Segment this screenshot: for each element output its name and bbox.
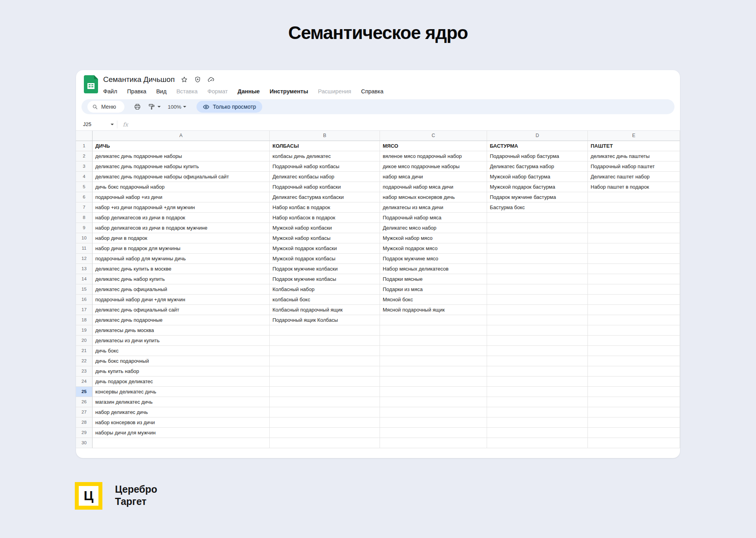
row-header-4[interactable]: 4 [76, 172, 93, 182]
row-header-1[interactable]: 1 [76, 141, 93, 151]
cell-C16[interactable]: Мясной бокс [380, 295, 487, 305]
shield-plus-icon[interactable] [194, 76, 202, 83]
cell-C22[interactable] [380, 356, 487, 366]
cell-D14[interactable] [487, 274, 588, 284]
cell-E23[interactable] [588, 366, 680, 377]
row-header-21[interactable]: 21 [76, 346, 93, 356]
cell-E11[interactable] [588, 243, 680, 254]
cell-C23[interactable] [380, 366, 487, 377]
cell-D20[interactable] [487, 336, 588, 346]
cell-B30[interactable] [270, 438, 380, 448]
cell-A16[interactable]: подарочный набор дичи +для мужчин [93, 295, 270, 305]
cell-C12[interactable]: Подарок мужчине мясо [380, 254, 487, 264]
cell-B9[interactable]: Мужской набор колбаски [270, 223, 380, 233]
cell-C17[interactable]: Мясной подарочный ящик [380, 305, 487, 315]
cell-C24[interactable] [380, 377, 487, 387]
cell-D18[interactable] [487, 315, 588, 325]
cell-B25[interactable] [270, 387, 380, 397]
menu-item-1[interactable]: Правка [127, 88, 146, 95]
menu-item-8[interactable]: Справка [361, 88, 384, 95]
cell-A5[interactable]: дичь бокс подарочный набор [93, 182, 270, 192]
cell-A20[interactable]: деликатесы из дичи купить [93, 336, 270, 346]
row-header-27[interactable]: 27 [76, 407, 93, 417]
cell-A22[interactable]: дичь бокс подарочный [93, 356, 270, 366]
cell-C11[interactable]: Мужской подарок мясо [380, 243, 487, 254]
document-title[interactable]: Семантика Дичьшоп [103, 75, 175, 84]
cell-C27[interactable] [380, 407, 487, 417]
cell-C21[interactable] [380, 346, 487, 356]
cell-E2[interactable]: деликатес дичь паштеты [588, 151, 680, 161]
row-header-22[interactable]: 22 [76, 356, 93, 366]
cell-C28[interactable] [380, 417, 487, 428]
cell-A17[interactable]: деликатес дичь официальный сайт [93, 305, 270, 315]
cell-C13[interactable]: Набор мясных деликатесов [380, 264, 487, 274]
row-header-5[interactable]: 5 [76, 182, 93, 192]
cell-D29[interactable] [487, 428, 588, 438]
cell-A2[interactable]: деликатес дичь подарочные наборы [93, 151, 270, 161]
menu-item-6[interactable]: Инструменты [270, 88, 308, 95]
row-header-25[interactable]: 25 [76, 387, 93, 397]
cell-E25[interactable] [588, 387, 680, 397]
cell-A30[interactable] [93, 438, 270, 448]
cell-D17[interactable] [487, 305, 588, 315]
cell-D26[interactable] [487, 397, 588, 407]
cell-E6[interactable] [588, 192, 680, 202]
cell-E22[interactable] [588, 356, 680, 366]
cell-E1[interactable]: ПАШТЕТ [588, 141, 680, 151]
cell-B10[interactable]: Мужской набор колбасы [270, 233, 380, 243]
cell-C29[interactable] [380, 428, 487, 438]
row-header-23[interactable]: 23 [76, 366, 93, 377]
cell-B29[interactable] [270, 428, 380, 438]
cell-D6[interactable]: Подарок мужчине бастурма [487, 192, 588, 202]
cell-B5[interactable]: Подарочный набор колбаски [270, 182, 380, 192]
cell-E14[interactable] [588, 274, 680, 284]
cell-B21[interactable] [270, 346, 380, 356]
cell-A4[interactable]: деликатес дичь подарочные наборы официал… [93, 172, 270, 182]
cell-B24[interactable] [270, 377, 380, 387]
row-header-18[interactable]: 18 [76, 315, 93, 325]
column-header-B[interactable]: B [270, 131, 380, 141]
cell-B14[interactable]: Подарок мужчине колбасы [270, 274, 380, 284]
cell-C15[interactable]: Подарки из мяса [380, 284, 487, 295]
cell-B6[interactable]: Деликатес бастурма колбаски [270, 192, 380, 202]
cell-D3[interactable]: Деликатес бастурма набор [487, 161, 588, 172]
cell-D19[interactable] [487, 325, 588, 336]
cell-B4[interactable]: Деликатес колбасы набор [270, 172, 380, 182]
cell-E16[interactable] [588, 295, 680, 305]
cell-A18[interactable]: деликатес дичь подарочные [93, 315, 270, 325]
cell-E4[interactable]: Деликатес паштет набор [588, 172, 680, 182]
star-icon[interactable] [180, 76, 188, 83]
cell-B18[interactable]: Подарочный ящик Колбасы [270, 315, 380, 325]
cell-B20[interactable] [270, 336, 380, 346]
cell-A29[interactable]: наборы дичи для мужчин [93, 428, 270, 438]
cell-D5[interactable]: Мужской подарок бастурма [487, 182, 588, 192]
cell-B26[interactable] [270, 397, 380, 407]
cell-E13[interactable] [588, 264, 680, 274]
cell-C10[interactable]: Мужской набор мясо [380, 233, 487, 243]
row-header-8[interactable]: 8 [76, 213, 93, 223]
column-header-A[interactable]: A [93, 131, 270, 141]
cell-E20[interactable] [588, 336, 680, 346]
row-header-26[interactable]: 26 [76, 397, 93, 407]
cell-A21[interactable]: дичь бокс [93, 346, 270, 356]
cell-C20[interactable] [380, 336, 487, 346]
cell-D10[interactable] [487, 233, 588, 243]
menu-item-5[interactable]: Данные [237, 88, 259, 95]
cell-C8[interactable]: Подарочный набор мяса [380, 213, 487, 223]
cell-B15[interactable]: Колбасный набор [270, 284, 380, 295]
cell-A14[interactable]: деликатес дичь набор купить [93, 274, 270, 284]
cell-B27[interactable] [270, 407, 380, 417]
cell-D25[interactable] [487, 387, 588, 397]
cell-A23[interactable]: дичь купить набор [93, 366, 270, 377]
cell-E29[interactable] [588, 428, 680, 438]
cell-D30[interactable] [487, 438, 588, 448]
cell-D22[interactable] [487, 356, 588, 366]
cell-D15[interactable] [487, 284, 588, 295]
cell-D13[interactable] [487, 264, 588, 274]
cell-B7[interactable]: Набор колбас в подарок [270, 202, 380, 213]
cell-D1[interactable]: БАСТУРМА [487, 141, 588, 151]
cell-E27[interactable] [588, 407, 680, 417]
cell-D23[interactable] [487, 366, 588, 377]
row-header-14[interactable]: 14 [76, 274, 93, 284]
cell-D9[interactable] [487, 223, 588, 233]
